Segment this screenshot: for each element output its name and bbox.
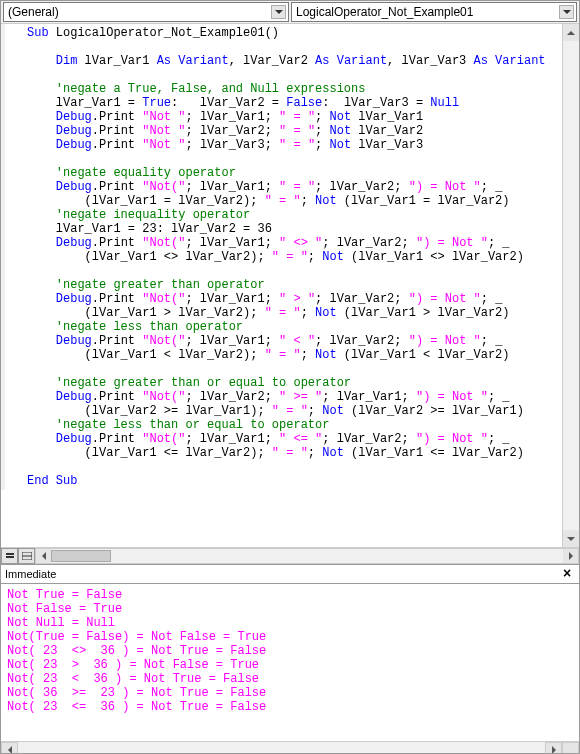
svg-rect-0	[6, 553, 14, 555]
scroll-left-icon[interactable]	[1, 742, 18, 754]
object-dropdown-text: (General)	[8, 5, 59, 19]
scroll-down-icon[interactable]	[563, 530, 579, 547]
dropdown-toolbar: (General) LogicalOperator_Not_Example01	[1, 1, 579, 24]
immediate-horizontal-scrollbar[interactable]	[1, 741, 579, 754]
scroll-right-icon[interactable]	[545, 742, 562, 754]
scroll-left-icon[interactable]	[36, 549, 51, 563]
code-horizontal-scrollbar[interactable]	[35, 548, 579, 564]
chevron-down-icon	[271, 5, 286, 19]
view-toggle-bar	[1, 547, 579, 564]
vertical-scrollbar[interactable]	[562, 24, 579, 547]
object-dropdown[interactable]: (General)	[3, 2, 289, 22]
scroll-corner	[562, 742, 579, 754]
svg-rect-1	[6, 556, 14, 558]
chevron-down-icon	[559, 5, 574, 19]
code-scroll[interactable]: Sub LogicalOperator_Not_Example01() Dim …	[1, 24, 579, 547]
immediate-window[interactable]: Not True = False Not False = True Not Nu…	[1, 584, 579, 741]
immediate-window-title: Immediate ×	[1, 564, 579, 584]
scrollbar-thumb[interactable]	[51, 550, 111, 562]
code-content[interactable]: Sub LogicalOperator_Not_Example01() Dim …	[1, 24, 579, 490]
code-pane: Sub LogicalOperator_Not_Example01() Dim …	[1, 24, 579, 564]
immediate-title-text: Immediate	[5, 568, 56, 580]
scroll-up-icon[interactable]	[563, 24, 579, 41]
procedure-dropdown[interactable]: LogicalOperator_Not_Example01	[291, 2, 577, 22]
scroll-right-icon[interactable]	[563, 549, 578, 563]
close-icon[interactable]: ×	[559, 567, 575, 581]
procedure-view-button[interactable]	[1, 548, 18, 564]
procedure-dropdown-text: LogicalOperator_Not_Example01	[296, 5, 473, 19]
full-module-view-button[interactable]	[18, 548, 35, 564]
